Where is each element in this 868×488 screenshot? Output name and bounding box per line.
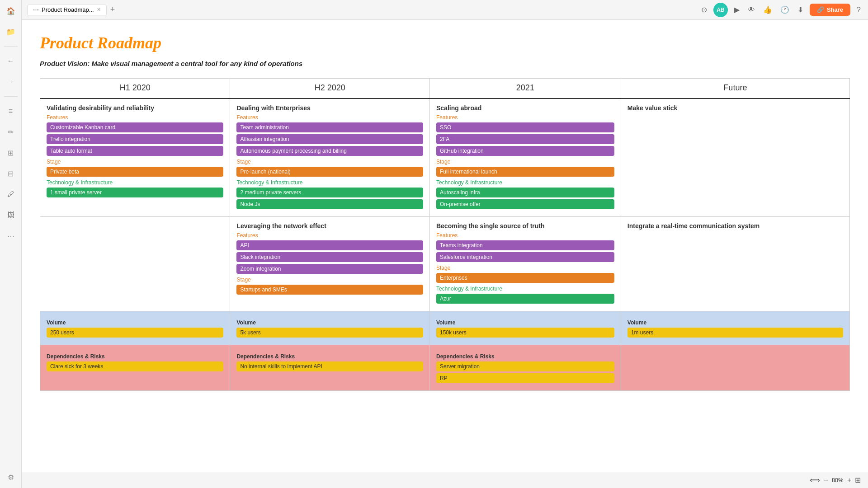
draw-icon[interactable]: ✏ xyxy=(5,126,17,138)
tech-tag: 1 small private server xyxy=(47,188,223,197)
grid-view-button[interactable]: ⊞ xyxy=(855,476,861,484)
feature-tag: Slack integration xyxy=(236,252,423,262)
zoom-in-button[interactable]: + xyxy=(847,476,851,484)
deps-cell-2021: Dependencies & Risks Server migration RP xyxy=(429,345,621,391)
topbar: ⋯ Product Roadmap... ✕ + ⊙ AB ▶ 👁 👍 🕐 ⬇ … xyxy=(22,0,868,20)
eye-button[interactable]: 👁 xyxy=(746,4,757,16)
tech-label: Technology & Infrastructure xyxy=(47,179,223,186)
home-icon[interactable]: 🏠 xyxy=(5,5,17,17)
bottom-bar: ⟺ − 80% + ⊞ xyxy=(22,472,868,488)
deps-cell-h2: Dependencies & Risks No internal skills … xyxy=(230,345,430,391)
col-header-h2: H2 2020 xyxy=(230,79,430,99)
features-label: Features xyxy=(236,232,423,239)
feature-tag: Autonomous payment processing and billin… xyxy=(236,146,423,156)
volume-tag: 250 users xyxy=(47,328,223,338)
section-title: Make value stick xyxy=(627,104,843,112)
tab-label: Product Roadmap... xyxy=(42,6,94,13)
features-label: Features xyxy=(236,114,423,121)
image-icon[interactable]: 🖼 xyxy=(5,209,17,221)
volume-label: Volume xyxy=(627,319,843,326)
product-vision: Product Vision: Make visual management a… xyxy=(40,60,850,67)
deps-label: Dependencies & Risks xyxy=(436,353,614,360)
feature-tag: 2FA xyxy=(436,134,614,144)
settings-icon[interactable]: ⚙ xyxy=(5,471,17,483)
volume-tag: 150k users xyxy=(436,328,614,338)
cell-h2-row1: Dealing with Enterprises Features Team a… xyxy=(230,99,430,217)
deps-tag: No internal skills to implement API xyxy=(236,361,423,371)
table-icon[interactable]: ⊞ xyxy=(5,146,17,159)
content-area: Product Roadmap Product Vision: Make vis… xyxy=(22,20,868,472)
pen-icon[interactable]: 🖊 xyxy=(5,188,17,201)
target-button[interactable]: ⊙ xyxy=(699,4,709,16)
tech-label: Technology & Infrastructure xyxy=(436,286,614,292)
tab-close-button[interactable]: ✕ xyxy=(97,7,101,13)
volume-tag: 1m users xyxy=(627,328,843,338)
deps-tag: RP xyxy=(436,373,614,383)
apps-icon[interactable]: ⊟ xyxy=(5,167,17,180)
new-tab-button[interactable]: + xyxy=(110,5,115,14)
deps-label: Dependencies & Risks xyxy=(236,353,423,360)
forward-icon[interactable]: → xyxy=(5,75,17,88)
feature-tag: API xyxy=(236,240,423,250)
topbar-left: ⋯ Product Roadmap... ✕ + xyxy=(27,4,696,15)
roadmap-table: H1 2020 H2 2020 2021 Future Validating d… xyxy=(40,78,850,391)
volume-cell-2021: Volume 150k users xyxy=(429,311,621,345)
tech-label: Technology & Infrastructure xyxy=(236,179,423,186)
deps-tag: Clare sick for 3 weeks xyxy=(47,361,223,371)
topbar-right: ⊙ AB ▶ 👁 👍 🕐 ⬇ 🔗 Share ? xyxy=(699,3,863,17)
stage-tag: Startups and SMEs xyxy=(236,285,423,295)
folder-icon[interactable]: 📁 xyxy=(5,25,17,38)
features-label: Features xyxy=(436,114,614,121)
feature-tag: Trello integration xyxy=(47,134,223,144)
help-button[interactable]: ? xyxy=(855,4,863,16)
tech-tag: Node.Js xyxy=(236,199,423,209)
features-label: Features xyxy=(47,114,223,121)
col-header-2021: 2021 xyxy=(429,79,621,99)
deps-tag: Server migration xyxy=(436,361,614,371)
stage-label: Stage xyxy=(236,277,423,283)
download-button[interactable]: ⬇ xyxy=(796,4,805,16)
volume-label: Volume xyxy=(47,319,223,326)
section-title: Becoming the single source of truth xyxy=(436,222,614,230)
feature-tag: Table auto format xyxy=(47,146,223,156)
play-button[interactable]: ▶ xyxy=(732,4,741,16)
active-tab[interactable]: ⋯ Product Roadmap... ✕ xyxy=(27,4,107,15)
volume-tag: 5k users xyxy=(236,328,423,338)
volume-row: Volume 250 users Volume 5k users Volume … xyxy=(40,311,850,345)
cell-future-row2: Integrate a real-time communication syst… xyxy=(621,217,849,311)
section-title: Scaling abroad xyxy=(436,104,614,112)
thumb-button[interactable]: 👍 xyxy=(761,4,774,16)
stage-label: Stage xyxy=(436,265,614,271)
stage-label: Stage xyxy=(236,159,423,165)
tech-tag: Azur xyxy=(436,294,614,304)
tech-label: Technology & Infrastructure xyxy=(436,179,614,186)
volume-cell-h1: Volume 250 users xyxy=(40,311,230,345)
share-button[interactable]: 🔗 Share xyxy=(810,4,850,16)
stage-tag: Private beta xyxy=(47,167,223,177)
volume-label: Volume xyxy=(236,319,423,326)
feature-tag: Atlassian integration xyxy=(236,134,423,144)
back-icon[interactable]: ← xyxy=(5,55,17,67)
features-label: Features xyxy=(436,232,614,239)
section-title: Integrate a real-time communication syst… xyxy=(627,222,843,230)
tech-tag: 2 medium private servers xyxy=(236,188,423,197)
tech-tag: Autoscaling infra xyxy=(436,188,614,197)
fit-zoom-button[interactable]: ⟺ xyxy=(810,476,820,484)
cell-h1-row1: Validating desirability and reliability … xyxy=(40,99,230,217)
section-title: Leveraging the network effect xyxy=(236,222,423,230)
list-icon[interactable]: ≡ xyxy=(5,105,17,117)
deps-cell-h1: Dependencies & Risks Clare sick for 3 we… xyxy=(40,345,230,391)
clock-button[interactable]: 🕐 xyxy=(778,4,791,16)
deps-row: Dependencies & Risks Clare sick for 3 we… xyxy=(40,345,850,391)
avatar-button[interactable]: AB xyxy=(713,3,728,17)
feature-tag: Teams integration xyxy=(436,240,614,250)
stage-tag: Enterprises xyxy=(436,273,614,283)
table-row: Validating desirability and reliability … xyxy=(40,99,850,217)
deps-cell-future xyxy=(621,345,849,391)
dots-icon[interactable]: ⋯ xyxy=(5,230,17,242)
zoom-out-button[interactable]: − xyxy=(824,476,828,484)
cell-future-row1: Make value stick xyxy=(621,99,849,217)
feature-tag: GitHub integration xyxy=(436,146,614,156)
cell-2021-row2: Becoming the single source of truth Feat… xyxy=(429,217,621,311)
stage-label: Stage xyxy=(436,159,614,165)
